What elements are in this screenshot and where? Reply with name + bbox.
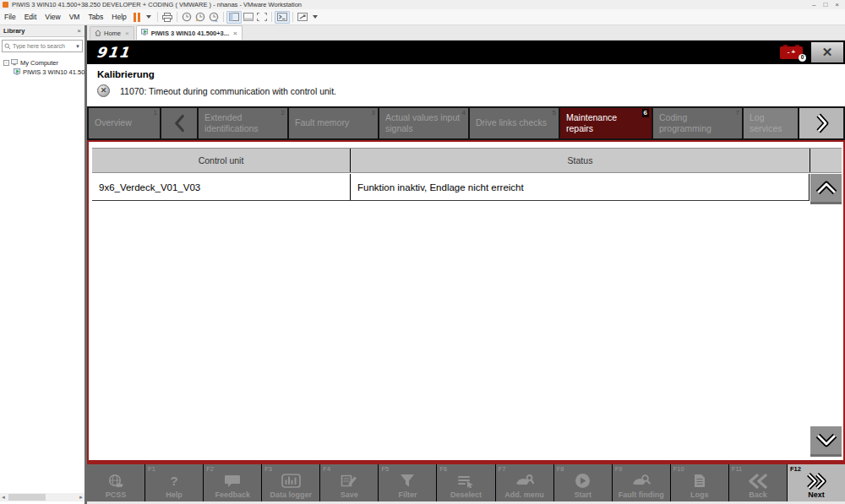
search-input[interactable] bbox=[13, 43, 72, 49]
save-note-icon bbox=[320, 472, 378, 490]
maximize-button[interactable]: □ bbox=[823, 2, 827, 8]
panel-library-icon[interactable] bbox=[226, 11, 242, 24]
nav-tab-label: Drive links checks bbox=[476, 117, 547, 128]
tree-item-piwis-3-win10-41-500-3[interactable]: PIWIS 3 WIN10 41.500+3 bbox=[0, 68, 84, 77]
menu-edit[interactable]: Edit bbox=[20, 13, 41, 21]
results-panel: Control unit Status 9x6_Verdeck_V01_V03F… bbox=[87, 140, 845, 462]
scrollbar-thumb[interactable] bbox=[8, 494, 46, 501]
vm-tree: -My ComputerPIWIS 3 WIN10 41.500+3 bbox=[0, 55, 84, 77]
pcss-globe-icon bbox=[87, 472, 144, 490]
nav-tab-log-services[interactable]: Log services bbox=[744, 108, 798, 138]
column-header-scroll-rail bbox=[810, 149, 842, 172]
computer-icon bbox=[11, 59, 19, 68]
nav-tab-number: 5 bbox=[553, 109, 556, 117]
bar-chart-icon bbox=[262, 472, 319, 490]
console-area: Home×PIWIS 3 WIN10 41.500+3...× 911 - + … bbox=[87, 25, 845, 504]
tab-close-icon[interactable]: × bbox=[233, 30, 237, 37]
menu-file[interactable]: File bbox=[0, 13, 20, 21]
vm-tab-label: PIWIS 3 WIN10 41.500+3... bbox=[151, 30, 229, 37]
nav-tab-fault-memory[interactable]: Fault memory3 bbox=[289, 108, 378, 138]
close-button[interactable]: × bbox=[835, 2, 839, 8]
menu-vm[interactable]: VM bbox=[65, 13, 84, 21]
vm-tab-home[interactable]: Home× bbox=[90, 26, 134, 40]
tree-item-label: My Computer bbox=[20, 59, 58, 67]
toolbar-button-pcss: PCSS bbox=[87, 464, 144, 501]
vmware-menubar: FileEditViewVMTabsHelp bbox=[0, 9, 845, 25]
control-unit-cell: 9x6_Verdeck_V01_V03 bbox=[92, 174, 351, 200]
tab-close-icon[interactable]: × bbox=[125, 30, 129, 37]
vm-tab-active[interactable]: PIWIS 3 WIN10 41.500+3...× bbox=[136, 25, 243, 40]
nav-tab-drive-links-checks[interactable]: Drive links checks5 bbox=[470, 108, 559, 138]
table-row[interactable]: 9x6_Verdeck_V01_V03Funktion inaktiv, End… bbox=[92, 174, 810, 201]
column-header-status: Status bbox=[351, 149, 810, 172]
piwis-close-button[interactable]: ✕ bbox=[811, 42, 843, 62]
nav-tab-overview[interactable]: Overview1 bbox=[89, 108, 160, 138]
nav-tab-label: Extended identifications bbox=[204, 112, 281, 134]
document-icon bbox=[671, 472, 728, 490]
toolbar-separator bbox=[177, 12, 177, 22]
funnel-icon bbox=[379, 472, 436, 490]
nav-tab-maintenance-repairs[interactable]: Maintenance repairs6 bbox=[560, 108, 651, 138]
scroll-down-button[interactable] bbox=[810, 426, 842, 457]
library-search[interactable]: ▼ bbox=[2, 40, 83, 52]
toolbar-button-save: F4Save bbox=[320, 464, 378, 501]
print-icon[interactable] bbox=[161, 11, 174, 24]
toolbar-separator bbox=[292, 12, 293, 22]
toolbar-button-label: Save bbox=[341, 490, 358, 499]
tree-expander-icon[interactable]: - bbox=[3, 60, 9, 66]
nav-tab-label: Overview bbox=[95, 117, 132, 128]
vehicle-model-title: 911 bbox=[95, 44, 131, 61]
console-icon[interactable] bbox=[275, 11, 290, 24]
fullscreen-icon[interactable] bbox=[255, 11, 269, 24]
nav-tab-number: 1 bbox=[154, 109, 157, 117]
dropdown-caret-icon[interactable] bbox=[309, 11, 321, 24]
scroll-up-button[interactable] bbox=[810, 174, 842, 204]
car-wrench-icon bbox=[496, 472, 553, 490]
toolbar-button-data-logger: F3Data logger bbox=[262, 464, 319, 501]
nav-tab-coding-programming[interactable]: Coding programming7 bbox=[653, 108, 742, 138]
search-icon bbox=[4, 43, 11, 50]
toolbar-button-next[interactable]: F12Next bbox=[788, 464, 845, 501]
error-message: 11070: Timeout during communication with… bbox=[120, 86, 336, 96]
dropdown-caret-icon[interactable] bbox=[143, 11, 155, 24]
pause-icon[interactable] bbox=[131, 11, 143, 24]
vmware-logo-icon bbox=[3, 2, 8, 8]
tree-item-my-computer[interactable]: -My Computer bbox=[0, 58, 84, 68]
stretch-icon[interactable] bbox=[296, 11, 309, 24]
nav-tab-number: 2 bbox=[281, 109, 285, 117]
nav-tab-number: 4 bbox=[462, 109, 466, 117]
battery-voltage-icon: - + 0 bbox=[780, 46, 803, 59]
nav-tab-extended-identifications[interactable]: Extended identifications2 bbox=[199, 108, 287, 138]
snapshot-manage-icon[interactable] bbox=[207, 11, 221, 24]
piwis-nav-tabs: Overview1Extended identifications2Fault … bbox=[87, 106, 845, 140]
snapshot-take-icon[interactable] bbox=[180, 11, 194, 24]
menu-view[interactable]: View bbox=[41, 13, 64, 21]
toolbar-button-fault-finding: F9Fault finding bbox=[613, 464, 670, 501]
menu-tabs[interactable]: Tabs bbox=[84, 13, 107, 21]
nav-tab-label: Log services bbox=[750, 112, 792, 134]
nav-tab-label: Actual values input signals bbox=[385, 112, 462, 134]
chevrons-right-icon bbox=[788, 472, 845, 490]
menu-help[interactable]: Help bbox=[107, 13, 130, 21]
battery-value-badge: 0 bbox=[799, 54, 806, 62]
nav-right-button[interactable] bbox=[799, 108, 843, 138]
car-search-icon bbox=[613, 472, 670, 490]
minimize-button[interactable]: – bbox=[812, 2, 815, 8]
scroll-left-arrow-icon[interactable]: ◄ bbox=[0, 495, 7, 500]
nav-left-button[interactable] bbox=[161, 108, 197, 138]
toolbar-button-label: Back bbox=[749, 490, 767, 499]
horizontal-scrollbar[interactable]: ◄ ► bbox=[0, 493, 84, 501]
column-header-control-unit: Control unit bbox=[92, 149, 351, 172]
toolbar-button-label: Filter bbox=[398, 490, 417, 499]
scroll-right-arrow-icon[interactable]: ► bbox=[78, 495, 84, 500]
vm-running-icon bbox=[14, 68, 21, 77]
nav-tab-actual-values-input-signals[interactable]: Actual values input signals4 bbox=[379, 108, 468, 138]
nav-tab-label: Fault memory bbox=[295, 117, 349, 128]
snapshot-revert-icon[interactable] bbox=[194, 11, 207, 24]
toolbar-button-label: Deselect bbox=[450, 490, 482, 499]
search-dropdown-caret-icon[interactable]: ▼ bbox=[75, 44, 80, 49]
panel-thumbnails-icon[interactable] bbox=[242, 11, 255, 24]
toolbar-button-label: Next bbox=[808, 490, 825, 499]
library-close-icon[interactable]: × bbox=[77, 27, 81, 35]
nav-tab-label: Maintenance repairs bbox=[566, 112, 646, 134]
